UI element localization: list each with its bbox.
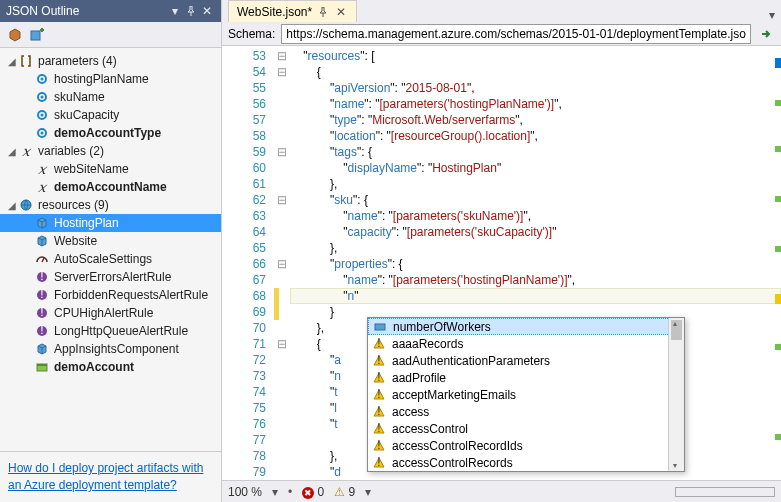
x-italic-icon: 𝑥 [34, 161, 50, 177]
fold-column[interactable]: ⊟⊟⊟⊟⊟⊟ [274, 46, 290, 480]
zoom-dropdown-icon[interactable]: ▾ [272, 485, 278, 499]
svg-text:!: ! [40, 306, 43, 319]
editor-tab[interactable]: WebSite.json* ✕ [228, 0, 357, 22]
svg-point-8 [41, 132, 44, 135]
pin-icon[interactable] [183, 3, 199, 19]
tree-label: demoAccountName [54, 180, 167, 194]
intellisense-item[interactable]: !aadProfile [368, 369, 684, 386]
intellisense-item[interactable]: !aaaaRecords [368, 335, 684, 352]
alert-icon: ! [34, 305, 50, 321]
tree-node[interactable]: AutoScaleSettings [0, 250, 221, 268]
svg-text:!: ! [377, 372, 380, 384]
warning-icon: ! [372, 371, 386, 385]
schema-input[interactable] [281, 24, 751, 44]
intellisense-item[interactable]: !acceptMarketingEmails [368, 386, 684, 403]
tree-node[interactable]: !LongHttpQueueAlertRule [0, 322, 221, 340]
tree-node[interactable]: !ForbiddenRequestsAlertRule [0, 286, 221, 304]
intellisense-label: accessControl [392, 422, 468, 436]
error-indicator[interactable]: ✖ 0 [302, 485, 324, 499]
gear-icon [34, 89, 50, 105]
globe-icon [18, 197, 34, 213]
code-editor[interactable]: 5354555657585960616263646566676869707172… [222, 46, 781, 480]
schema-label: Schema: [228, 27, 275, 41]
tree-node[interactable]: ◢parameters (4) [0, 52, 221, 70]
intellisense-item[interactable]: !access [368, 403, 684, 420]
cube-icon [34, 233, 50, 249]
tree-node[interactable]: 𝑥webSiteName [0, 160, 221, 178]
intellisense-label: acceptMarketingEmails [392, 388, 516, 402]
tree-label: variables (2) [38, 144, 104, 158]
close-icon[interactable]: ✕ [199, 3, 215, 19]
tree-label: ForbiddenRequestsAlertRule [54, 288, 208, 302]
intellisense-label: accessControlRecords [392, 456, 513, 470]
svg-text:!: ! [377, 389, 380, 401]
intellisense-label: accessControlRecordIds [392, 439, 523, 453]
x-italic-icon: 𝑥 [34, 179, 50, 195]
tree-node[interactable]: Website [0, 232, 221, 250]
tree-node[interactable]: 𝑥demoAccountName [0, 178, 221, 196]
x-italic-icon: 𝑥 [18, 143, 34, 159]
intellisense-label: aadProfile [392, 371, 446, 385]
tree-node[interactable]: demoAccount [0, 358, 221, 376]
svg-rect-19 [37, 364, 47, 366]
intellisense-item[interactable]: !accessControlRecords [368, 454, 684, 471]
json-outline-panel: JSON Outline ▾ ✕ ◢parameters (4)hostingP… [0, 0, 222, 502]
chevron-down-icon[interactable]: ▾ [167, 3, 183, 19]
add-resource-icon[interactable] [28, 26, 46, 44]
tree-node[interactable]: hostingPlanName [0, 70, 221, 88]
tree-node[interactable]: skuCapacity [0, 106, 221, 124]
outline-tree[interactable]: ◢parameters (4)hostingPlanNameskuNamesku… [0, 48, 221, 451]
scrollbar[interactable]: ▴▾ [668, 318, 684, 471]
go-button[interactable] [757, 25, 775, 43]
svg-rect-0 [31, 31, 40, 40]
intellisense-popup[interactable]: numberOfWorkers!aaaaRecords!aadAuthentic… [367, 317, 685, 472]
field-icon [373, 320, 387, 334]
tree-label: webSiteName [54, 162, 129, 176]
svg-text:!: ! [377, 406, 380, 418]
tree-node[interactable]: AppInsightsComponent [0, 340, 221, 358]
tree-label: skuCapacity [54, 108, 119, 122]
tree-node[interactable]: ◢resources (9) [0, 196, 221, 214]
tab-overflow-icon[interactable]: ▾ [763, 8, 781, 22]
svg-text:!: ! [377, 355, 380, 367]
gear-icon [34, 71, 50, 87]
intellisense-label: access [392, 405, 429, 419]
editor-panel: WebSite.json* ✕ ▾ Schema: 53545556575859… [222, 0, 781, 502]
line-number-gutter: 5354555657585960616263646566676869707172… [222, 46, 274, 480]
overview-ruler[interactable] [769, 46, 781, 480]
pin-icon[interactable] [318, 7, 330, 17]
outline-toolbar [0, 22, 221, 48]
tree-node[interactable]: !ServerErrorsAlertRule [0, 268, 221, 286]
intellisense-item[interactable]: !accessControlRecordIds [368, 437, 684, 454]
intellisense-item[interactable]: !aadAuthenticationParameters [368, 352, 684, 369]
scrollbar-horizontal[interactable] [675, 487, 775, 497]
tree-label: parameters (4) [38, 54, 117, 68]
tree-node[interactable]: ◢𝑥variables (2) [0, 142, 221, 160]
tree-node[interactable]: !CPUHighAlertRule [0, 304, 221, 322]
outline-title-bar: JSON Outline ▾ ✕ [0, 0, 221, 22]
svg-text:!: ! [377, 423, 380, 435]
gear-icon [34, 107, 50, 123]
tree-node[interactable]: demoAccountType [0, 124, 221, 142]
warning-icon: ! [372, 422, 386, 436]
svg-text:!: ! [377, 338, 380, 350]
intellisense-item[interactable]: !accessControl [368, 420, 684, 437]
tree-node[interactable]: HostingPlan [0, 214, 221, 232]
package-icon[interactable] [6, 26, 24, 44]
gear-icon [34, 125, 50, 141]
cube-icon [34, 215, 50, 231]
warning-icon: ! [372, 405, 386, 419]
tree-node[interactable]: skuName [0, 88, 221, 106]
tree-label: skuName [54, 90, 105, 104]
chevron-down-icon[interactable]: ▾ [365, 485, 371, 499]
intellisense-item[interactable]: numberOfWorkers [368, 318, 684, 335]
intellisense-label: numberOfWorkers [393, 320, 491, 334]
close-icon[interactable]: ✕ [336, 5, 348, 19]
root-brackets-icon [18, 53, 34, 69]
warning-icon: ! [372, 337, 386, 351]
zoom-level[interactable]: 100 % [228, 485, 262, 499]
svg-text:!: ! [377, 440, 380, 452]
svg-text:!: ! [40, 270, 43, 283]
help-link[interactable]: How do I deploy project artifacts with a… [8, 461, 203, 492]
warning-indicator[interactable]: ⚠ 9 [334, 485, 355, 499]
